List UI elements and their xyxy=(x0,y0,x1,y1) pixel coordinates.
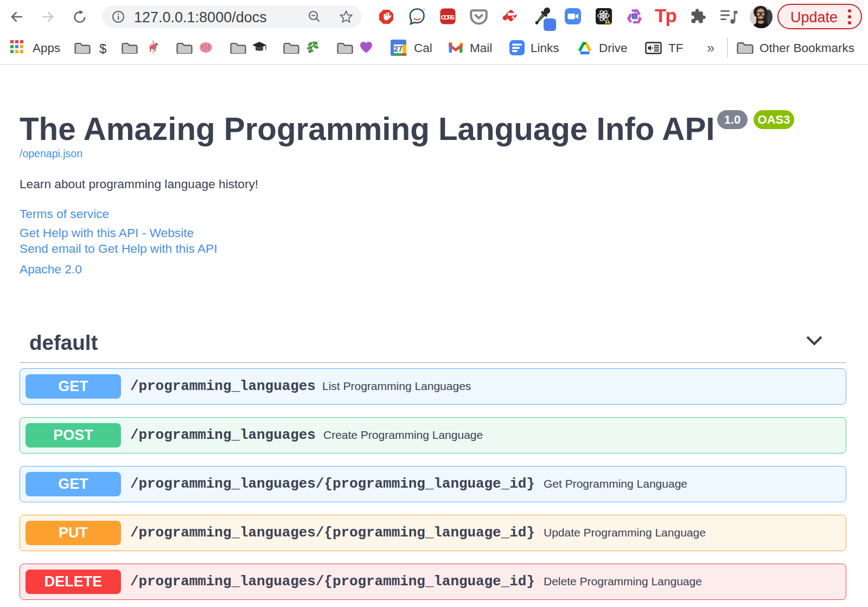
svg-text:27: 27 xyxy=(394,44,403,53)
